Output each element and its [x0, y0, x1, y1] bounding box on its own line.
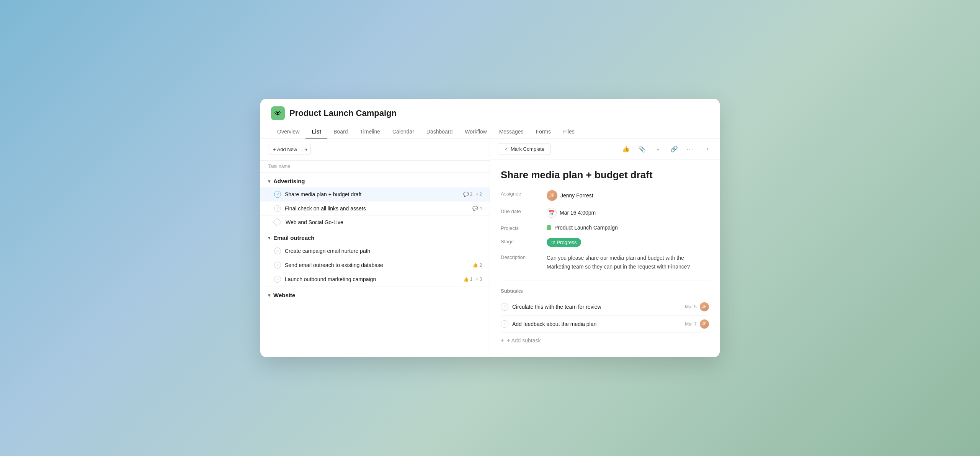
due-date-value[interactable]: 📅 Mar 16 4:00pm: [547, 208, 596, 218]
left-panel: + Add New ▾ Task name ▾ Advertising ✓ Sh…: [260, 138, 490, 357]
task-meta: 👍 1 ⑂ 3: [463, 277, 482, 282]
add-new-button[interactable]: + Add New ▾: [268, 144, 311, 155]
add-new-dropdown-icon[interactable]: ▾: [302, 145, 310, 155]
description-label: Description: [501, 254, 539, 260]
section-advertising[interactable]: ▾ Advertising: [260, 173, 490, 187]
task-check-icon: ✓: [274, 262, 281, 269]
task-name: Final check on all links and assets: [285, 205, 469, 212]
project-title-row: 👁 Product Launch Campaign: [271, 106, 709, 120]
assignee-label: Assignee: [501, 190, 539, 197]
project-icon: 👁: [271, 106, 285, 120]
detail-body: Share media plan + budget draft Assignee…: [490, 160, 720, 357]
project-name: Product Launch Campaign: [554, 225, 618, 231]
chevron-down-icon: ▾: [268, 179, 270, 184]
subtask-right: Mar 5 JF: [685, 302, 709, 311]
section-website[interactable]: ▾ Website: [260, 287, 490, 301]
tab-timeline[interactable]: Timeline: [354, 125, 386, 138]
task-item[interactable]: ✓ Create campaign email nurture path: [260, 244, 490, 258]
task-name: Create campaign email nurture path: [285, 248, 482, 254]
subtask-date: Mar 7: [685, 321, 697, 327]
expand-icon[interactable]: →: [701, 143, 712, 155]
tab-messages[interactable]: Messages: [493, 125, 530, 138]
subtask-item[interactable]: ✓ Circulate this with the team for revie…: [501, 298, 709, 316]
subtask-right: Mar 7 JF: [685, 319, 709, 329]
subtask-left: ✓ Add feedback about the media plan: [501, 320, 596, 328]
subtasks-title: Subtasks: [501, 288, 709, 294]
due-date-field: Due date 📅 Mar 16 4:00pm: [501, 208, 709, 218]
tab-forms[interactable]: Forms: [529, 125, 557, 138]
task-name: Share media plan + budget draft: [285, 191, 459, 197]
task-meta: 💬 4: [472, 206, 482, 211]
subtask-item[interactable]: ✓ Add feedback about the media plan Mar …: [501, 316, 709, 333]
like-count: 👍 2: [472, 262, 482, 268]
add-new-label: + Add New: [268, 144, 302, 155]
subtask-check-icon: ✓: [501, 303, 508, 311]
task-item[interactable]: ✓ Send email outreach to existing databa…: [260, 258, 490, 272]
tab-calendar[interactable]: Calendar: [386, 125, 420, 138]
description-value: Can you please share our media plan and …: [547, 254, 709, 271]
projects-field: Projects Product Launch Campaign: [501, 225, 709, 231]
subtask-count: ⑂ 3: [475, 277, 482, 282]
project-title: Product Launch Campaign: [289, 108, 397, 118]
branch-icon[interactable]: ⑂: [652, 143, 664, 155]
subtask-name: Add feedback about the media plan: [512, 321, 596, 327]
main-content: + Add New ▾ Task name ▾ Advertising ✓ Sh…: [260, 138, 720, 357]
tab-board[interactable]: Board: [327, 125, 354, 138]
section-email-outreach[interactable]: ▾ Email outreach: [260, 229, 490, 244]
task-name: Send email outreach to existing database: [285, 262, 469, 268]
comment-count: 💬 4: [472, 206, 482, 211]
header: 👁 Product Launch Campaign Overview List …: [260, 99, 720, 138]
subtask-count: ⑂ 2: [475, 192, 482, 197]
link-icon[interactable]: 🔗: [668, 143, 680, 155]
add-subtask-label: + Add subtask: [507, 337, 541, 344]
due-date-label: Due date: [501, 208, 539, 214]
task-check-icon: ✓: [274, 191, 281, 198]
assignee-field: Assignee JF Jenny Forrest: [501, 190, 709, 201]
task-meta: 👍 2: [472, 262, 482, 268]
paperclip-icon[interactable]: 📎: [636, 143, 648, 155]
projects-label: Projects: [501, 225, 539, 231]
task-item[interactable]: ✓ Share media plan + budget draft 💬 2 ⑂ …: [260, 187, 490, 202]
diamond-icon: [273, 218, 282, 227]
chevron-down-icon: ▾: [268, 293, 270, 298]
detail-actions: 👍 📎 ⑂ 🔗 ··· →: [620, 143, 712, 155]
comment-count: 💬 2: [463, 192, 473, 197]
description-field: Description Can you please share our med…: [501, 254, 709, 271]
thumbs-up-icon[interactable]: 👍: [620, 143, 632, 155]
subtask-check-icon: ✓: [501, 320, 508, 328]
tab-overview[interactable]: Overview: [271, 125, 305, 138]
app-window: 👁 Product Launch Campaign Overview List …: [260, 99, 720, 357]
due-date-text: Mar 16 4:00pm: [560, 210, 596, 216]
detail-fields: Assignee JF Jenny Forrest Due date 📅 Mar…: [501, 190, 709, 271]
task-name: Web and Social Go-Live: [286, 219, 482, 225]
projects-value[interactable]: Product Launch Campaign: [547, 225, 618, 231]
project-color-dot: [547, 225, 551, 230]
tab-dashboard[interactable]: Dashboard: [420, 125, 459, 138]
avatar: JF: [700, 302, 709, 311]
stage-field: Stage In Progress: [501, 238, 709, 247]
tab-files[interactable]: Files: [557, 125, 581, 138]
task-item[interactable]: ✓ Launch outbound marketing campaign 👍 1…: [260, 272, 490, 287]
task-check-icon: ✓: [274, 276, 281, 283]
tab-list[interactable]: List: [305, 125, 327, 138]
subtask-date: Mar 5: [685, 304, 697, 309]
more-icon[interactable]: ···: [684, 143, 696, 155]
check-icon: ✓: [504, 146, 508, 152]
task-check-icon: ✓: [274, 205, 281, 212]
status-badge: In Progress: [547, 238, 581, 247]
task-meta: 💬 2 ⑂ 2: [463, 192, 482, 197]
mark-complete-button[interactable]: ✓ Mark Complete: [498, 143, 551, 155]
like-count: 👍 1: [463, 277, 473, 282]
tab-workflow[interactable]: Workflow: [459, 125, 493, 138]
assignee-name: Jenny Forrest: [560, 192, 593, 199]
task-name: Launch outbound marketing campaign: [285, 276, 459, 282]
task-check-icon: ✓: [274, 248, 281, 254]
stage-label: Stage: [501, 238, 539, 244]
assignee-value: JF Jenny Forrest: [547, 190, 593, 201]
task-item[interactable]: Web and Social Go-Live: [260, 216, 490, 229]
add-subtask-button[interactable]: + + Add subtask: [501, 333, 709, 348]
task-item[interactable]: ✓ Final check on all links and assets 💬 …: [260, 202, 490, 216]
stage-value[interactable]: In Progress: [547, 238, 581, 247]
subtask-name: Circulate this with the team for review: [512, 304, 601, 310]
subtask-left: ✓ Circulate this with the team for revie…: [501, 303, 601, 311]
